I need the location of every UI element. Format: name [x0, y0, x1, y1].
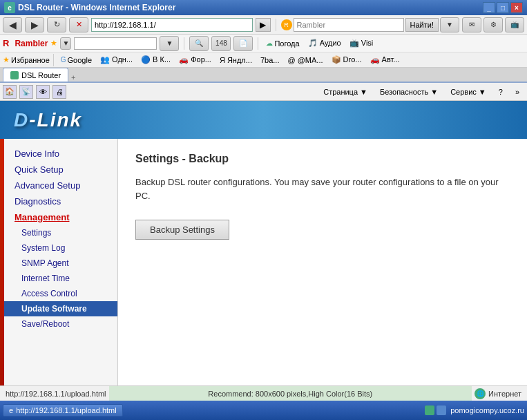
title-bar: e DSL Router - Windows Internet Explorer…: [0, 0, 527, 15]
fav-dro[interactable]: 📦 Dro...: [328, 54, 365, 66]
rambler-go[interactable]: ▼: [160, 36, 179, 51]
maximize-button[interactable]: □: [497, 2, 509, 13]
rss-button[interactable]: 📡: [19, 85, 33, 99]
sidebar-item-advanced-setup[interactable]: Advanced Setup: [4, 178, 117, 193]
status-bar: http://192.168.1.1/upload.html Recommend…: [0, 385, 527, 401]
close-button[interactable]: ×: [510, 2, 523, 13]
ie-icon: e: [9, 406, 13, 414]
window-controls[interactable]: _ □ ×: [483, 2, 523, 13]
content-title: Settings - Backup: [135, 153, 510, 165]
sidebar-subitem-settings[interactable]: Settings: [4, 225, 117, 240]
rambler-search-field[interactable]: [74, 37, 157, 50]
print-preview-button[interactable]: 👁: [36, 85, 50, 99]
tab-bar: DSL Router +: [0, 68, 527, 83]
star-icon: ★: [50, 39, 57, 48]
dlink-header: D-Link: [0, 101, 527, 139]
sidebar-subitem-access-control[interactable]: Access Control: [4, 286, 117, 301]
go-button[interactable]: ▶: [256, 18, 271, 32]
dlink-d: D: [14, 109, 29, 131]
sidebar-item-quick-setup[interactable]: Quick Setup: [4, 162, 117, 178]
taskbar: e http://192.168.1.1/upload.html pomogic…: [0, 401, 527, 420]
tool-button[interactable]: ⚙: [483, 17, 503, 32]
tab-label: DSL Router: [21, 71, 61, 79]
service-menu[interactable]: Сервис ▼: [445, 86, 491, 98]
fav-7ba[interactable]: 7ba...: [257, 55, 283, 66]
fav-star-icon: ★: [3, 55, 10, 64]
ie-nav-toolbar: 🏠 📡 👁 🖨 Страница ▼ Безопасность ▼ Сервис…: [0, 83, 527, 101]
taskbar-left: e http://192.168.1.1/upload.html: [3, 404, 123, 417]
sidebar-item-device-info[interactable]: Device Info: [4, 146, 117, 162]
sidebar-item-diagnostics[interactable]: Diagnostics: [4, 193, 117, 209]
tab-dsl-router[interactable]: DSL Router: [3, 68, 68, 82]
security-menu[interactable]: Безопасность ▼: [375, 86, 443, 98]
dlink-logo: D-Link: [14, 109, 82, 131]
rambler-name: Rambler: [15, 39, 48, 48]
tab-icon: [10, 71, 19, 79]
sidebar-subitem-system-log[interactable]: System Log: [4, 240, 117, 256]
audio-item[interactable]: 🎵 Аудио: [305, 37, 344, 49]
print-button[interactable]: 🖨: [52, 85, 66, 99]
fav-label: Избранное: [11, 56, 50, 64]
address-input[interactable]: [91, 18, 253, 32]
status-center-text: Recommend: 800x600 pixels,High Color(16 …: [109, 386, 472, 401]
page-menu[interactable]: Страница ▼: [318, 86, 372, 98]
pogoda-item[interactable]: ☁ Погода: [263, 38, 302, 49]
help-menu[interactable]: ?: [494, 86, 508, 98]
status-right: 🌐 Интернет: [475, 388, 521, 399]
internet-icon: 🌐: [475, 388, 486, 399]
search-options-button[interactable]: ▼: [440, 17, 459, 32]
taskbar-ie-button[interactable]: e http://192.168.1.1/upload.html: [3, 404, 123, 417]
visi-item[interactable]: 📺 Visi: [347, 37, 376, 49]
app-icon: e: [4, 2, 15, 13]
new-tab-button[interactable]: +: [71, 73, 75, 82]
taskbar-icon1: [425, 405, 434, 415]
status-url: http://192.168.1.1/upload.html: [6, 390, 106, 398]
fav-avt[interactable]: 🚗 Авт...: [367, 54, 403, 66]
sidebar-subitem-update-software[interactable]: Update Software: [4, 301, 117, 316]
forward-button[interactable]: ▶: [25, 17, 44, 32]
fav-for[interactable]: 🚗 Фор...: [175, 54, 215, 66]
zone-label: Интернет: [488, 390, 521, 398]
taskbar-icon2: [437, 405, 446, 415]
home-button[interactable]: 🏠: [3, 85, 17, 99]
toolbar-extra1[interactable]: 🔍: [189, 36, 209, 51]
taskbar-right: pomogicompy.ucoz.ru: [425, 405, 524, 415]
favorites-bar: ★ Избранное G Google 👥 Одн... 🔵 В К... 🚗…: [0, 52, 527, 68]
fav-ma[interactable]: @ @MA...: [284, 55, 326, 66]
back-button[interactable]: ◀: [3, 17, 22, 32]
rambler-icon: R: [281, 19, 292, 30]
stop-button[interactable]: ✕: [69, 17, 88, 32]
sidebar-subitem-snmp-agent[interactable]: SNMP Agent: [4, 256, 117, 271]
fav-google[interactable]: G Google: [57, 55, 95, 66]
extra-button[interactable]: 📺: [505, 17, 524, 32]
rambler-logo: R: [3, 38, 9, 48]
main-content: Settings - Backup Backup DSL router conf…: [118, 139, 527, 385]
rambler-dropdown[interactable]: ▼: [60, 37, 71, 50]
taskbar-site: pomogicompy.ucoz.ru: [450, 406, 524, 414]
taskbar-site-label: pomogicompy.ucoz.ru: [450, 406, 524, 414]
refresh-button[interactable]: ↻: [47, 17, 66, 32]
sidebar-item-management[interactable]: Management: [4, 209, 117, 225]
sidebar: Device Info Quick Setup Advanced Setup D…: [4, 139, 118, 385]
more-button[interactable]: »: [510, 86, 524, 98]
search-input[interactable]: [294, 18, 404, 32]
content-description: Backup DSL router configurations. You ma…: [135, 175, 510, 202]
mail-button[interactable]: ✉: [462, 17, 481, 32]
sidebar-subitem-save-reboot[interactable]: Save/Reboot: [4, 316, 117, 332]
window-title: DSL Router - Windows Internet Explorer: [18, 3, 175, 12]
taskbar-icons: [425, 405, 446, 415]
rambler-toolbar: R Rambler ★ ▼ ▼ 🔍 148 📄 ☁ Погода 🎵 Аудио…: [0, 35, 527, 52]
toolbar-extra2[interactable]: 148: [211, 36, 231, 51]
toolbar-extra3[interactable]: 📄: [233, 36, 253, 51]
fav-vk[interactable]: 🔵 В К...: [137, 54, 174, 66]
minimize-button[interactable]: _: [483, 2, 495, 13]
backup-settings-button[interactable]: Backup Settings: [135, 220, 229, 240]
fav-odn[interactable]: 👥 Одн...: [97, 54, 136, 66]
address-bar: ◀ ▶ ↻ ✕ ▶ R Найти! ▼ ✉ ⚙ 📺: [0, 15, 527, 35]
search-button[interactable]: Найти!: [405, 18, 439, 32]
sidebar-subitem-internet-time[interactable]: Internet Time: [4, 271, 117, 286]
fav-yandex[interactable]: Я Яндл...: [216, 55, 256, 66]
dlink-content-area: Device Info Quick Setup Advanced Setup D…: [0, 139, 527, 385]
page-body: D-Link Device Info Quick Setup Advanced …: [0, 101, 527, 401]
